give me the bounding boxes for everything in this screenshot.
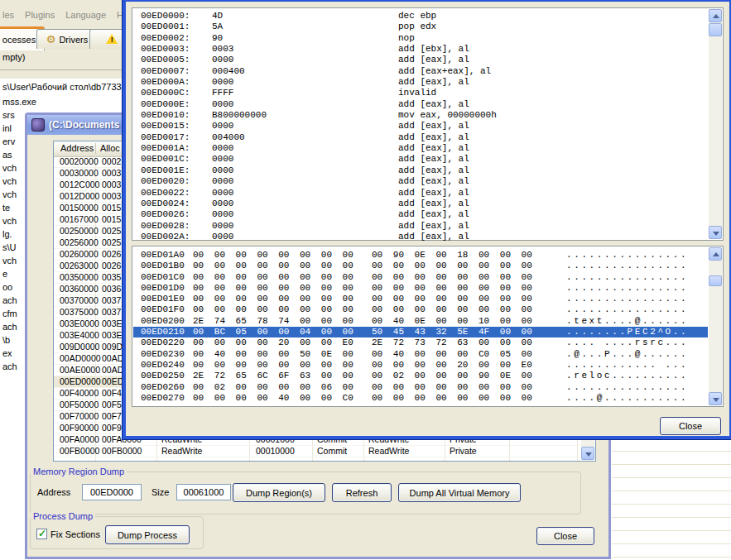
scroll-up-button[interactable] bbox=[709, 247, 722, 261]
hexdump-rows: 00ED01A0 00 00 00 00 00 00 00 00 00 90 0… bbox=[133, 250, 708, 404]
disassembly-row[interactable]: 00ED0007: 000400 add [eax+eax], al bbox=[133, 66, 708, 77]
dump-process-button[interactable]: Dump Process bbox=[105, 525, 190, 544]
tab-drivers-label: Drivers bbox=[59, 35, 88, 45]
memory-region-row[interactable]: 00FB0000 00FB0000 ReadWrite 00010000 Com… bbox=[54, 446, 595, 457]
hexdump-row[interactable]: 00ED0220 00 00 00 00 20 00 00 E0 2E 72 7… bbox=[133, 337, 708, 348]
disassembly-row[interactable]: 00ED0001: 5A pop edx bbox=[133, 22, 708, 32]
hexdump-row[interactable]: 00ED0230 00 40 00 00 00 50 0E 00 00 40 0… bbox=[133, 349, 708, 360]
hexdump-scrollbar[interactable] bbox=[709, 247, 722, 405]
hexdump-row[interactable]: 00ED01F0 00 00 00 00 00 00 00 00 00 00 0… bbox=[133, 304, 708, 315]
scroll-down-button[interactable] bbox=[709, 226, 722, 239]
disassembly-row[interactable]: 00ED0010: B800000000 mov eax, 00000000h bbox=[133, 110, 708, 121]
tab-processes-label: ocesses bbox=[2, 35, 36, 45]
address-input[interactable]: 00ED0000 bbox=[82, 484, 142, 500]
process-dump-group: Process Dump ✓ Fix Sections Dump Process bbox=[30, 516, 204, 549]
disassembly-row[interactable]: 00ED0015: 0000 add [eax], al bbox=[133, 121, 708, 132]
scrollbar-thumb[interactable] bbox=[709, 275, 722, 286]
disassembly-scrollbar[interactable] bbox=[709, 9, 722, 239]
close-button-memory-window[interactable]: Close bbox=[536, 527, 594, 545]
disassembly-row[interactable]: 00ED0003: 0003 add [ebx], al bbox=[133, 44, 708, 55]
hexdump-row[interactable]: 00ED0200 2E 74 65 78 74 00 00 00 00 40 0… bbox=[133, 316, 708, 327]
disassembly-row[interactable]: 00ED000A: 0000 add [eax], al bbox=[133, 77, 708, 88]
disassembly-row[interactable]: 00ED001C: 0000 add [eax], al bbox=[133, 154, 708, 165]
disassembly-row[interactable]: 00ED0017: 004000 add [eax], al bbox=[133, 132, 708, 143]
disassembly-row[interactable]: 00ED0024: 0000 add [eax], al bbox=[133, 199, 708, 209]
process-row[interactable]: mss.exe bbox=[2, 95, 127, 108]
disassembly-panel: 00ED0000: 4D dec ebp 00ED0001: 5A pop ed… bbox=[132, 7, 724, 241]
disassembly-row[interactable]: 00ED0028: 0000 add [eax], al bbox=[133, 221, 708, 232]
disassembly-row[interactable]: 00ED0000: 4D dec ebp bbox=[133, 11, 708, 22]
gear-icon: ⚙ bbox=[46, 34, 56, 45]
hexdump-row[interactable]: 00ED0260 00 02 00 00 00 00 06 00 00 00 0… bbox=[133, 382, 708, 393]
hexdump-row[interactable]: 00ED0240 00 00 00 00 00 00 00 00 00 00 0… bbox=[133, 360, 708, 371]
disassembly-row[interactable]: 00ED0020: 0000 add [eax], al bbox=[133, 176, 708, 187]
disassembly-rows: 00ED0000: 4D dec ebp 00ED0001: 5A pop ed… bbox=[133, 11, 708, 242]
hexdump-row[interactable]: 00ED01B0 00 00 00 00 00 00 00 00 00 00 0… bbox=[133, 261, 708, 271]
checkmark-icon: ✓ bbox=[38, 528, 46, 539]
disassembly-row[interactable]: 00ED0026: 0000 add [eax], al bbox=[133, 209, 708, 220]
scroll-down-button[interactable] bbox=[709, 392, 722, 405]
fix-sections-label: Fix Sections bbox=[50, 529, 100, 539]
disassembly-row[interactable]: 00ED001E: 0000 add [eax], al bbox=[133, 165, 708, 176]
scroll-up-button[interactable] bbox=[709, 9, 722, 22]
memory-region-dump-label: Memory Region Dump bbox=[31, 467, 127, 476]
hexdump-row[interactable]: 00ED0270 00 00 00 00 40 00 00 C0 00 00 0… bbox=[133, 393, 708, 404]
dump-regions-button[interactable]: Dump Region(s) bbox=[233, 483, 325, 502]
hexdump-row[interactable]: 00ED01C0 00 00 00 00 00 00 00 00 00 00 0… bbox=[133, 272, 708, 283]
fix-sections-checkbox[interactable]: ✓ bbox=[36, 529, 47, 539]
hexdump-panel: 00ED01A0 00 00 00 00 00 00 00 00 00 90 0… bbox=[132, 246, 724, 407]
disassembly-row[interactable]: 00ED000C: FFFF invalid bbox=[133, 88, 708, 98]
memory-region-dump-group: Memory Region Dump Address 00ED0000 Size… bbox=[30, 471, 581, 515]
scroll-down-button[interactable] bbox=[581, 447, 594, 460]
disassembly-row[interactable]: 00ED001A: 0000 add [eax], al bbox=[133, 143, 708, 154]
process-path-row[interactable]: s\User\Рабочий стол\db7733c bbox=[2, 82, 126, 92]
address-label: Address bbox=[37, 487, 70, 497]
hexdump-row[interactable]: 00ED01D0 00 00 00 00 00 00 00 00 00 00 0… bbox=[133, 283, 708, 294]
hexdump-row[interactable]: 00ED01A0 00 00 00 00 00 00 00 00 00 90 0… bbox=[133, 250, 708, 261]
warning-icon: ! bbox=[106, 34, 118, 45]
window-title: (C:\Documents an bbox=[49, 119, 134, 131]
filter-text[interactable]: mpty) bbox=[2, 52, 26, 62]
column-header-address[interactable]: Address bbox=[60, 143, 94, 153]
disassembly-row[interactable]: 00ED002A: 0000 add [eax], al bbox=[133, 232, 708, 242]
disassembly-row[interactable]: 00ED0002: 90 nop bbox=[133, 33, 708, 44]
column-header-alloc[interactable]: Alloc bbox=[100, 143, 120, 153]
filter-underline bbox=[0, 69, 126, 70]
disassembly-row[interactable]: 00ED0005: 0000 add [eax], al bbox=[133, 55, 708, 65]
menu-item[interactable]: Plugins bbox=[25, 7, 55, 23]
size-input[interactable]: 00061000 bbox=[176, 484, 231, 500]
process-dump-label: Process Dump bbox=[31, 511, 95, 521]
pe-viewer-window: 00ED0000: 4D dec ebp 00ED0001: 5A pop ed… bbox=[123, 0, 731, 439]
window-icon bbox=[31, 118, 45, 132]
screen: lesPluginsLanguageHe ocesses ⚙ Drivers !… bbox=[0, 0, 731, 560]
disassembly-row[interactable]: 00ED0022: 0000 add [eax], al bbox=[133, 188, 708, 199]
disassembly-row[interactable]: 00ED000E: 0000 add [eax], al bbox=[133, 99, 708, 110]
menu-item[interactable]: Language bbox=[65, 7, 106, 23]
scrollbar-thumb[interactable] bbox=[709, 23, 722, 36]
hexdump-row[interactable]: 00ED0210 00 BC 05 00 00 04 00 00 50 45 4… bbox=[133, 327, 708, 337]
refresh-button[interactable]: Refresh bbox=[332, 483, 392, 502]
dump-all-virtual-memory-button[interactable]: Dump All Virtual Memory bbox=[398, 483, 521, 502]
hexdump-row[interactable]: 00ED01E0 00 00 00 00 00 00 00 00 00 00 0… bbox=[133, 294, 708, 304]
close-button-pe-window[interactable]: Close bbox=[660, 417, 721, 435]
menu-item[interactable]: les bbox=[2, 7, 14, 23]
size-label: Size bbox=[151, 487, 169, 497]
hexdump-row[interactable]: 00ED0250 2E 72 65 6C 6F 63 00 00 00 02 0… bbox=[133, 371, 708, 381]
tab-drivers[interactable]: ⚙ Drivers bbox=[36, 29, 98, 49]
